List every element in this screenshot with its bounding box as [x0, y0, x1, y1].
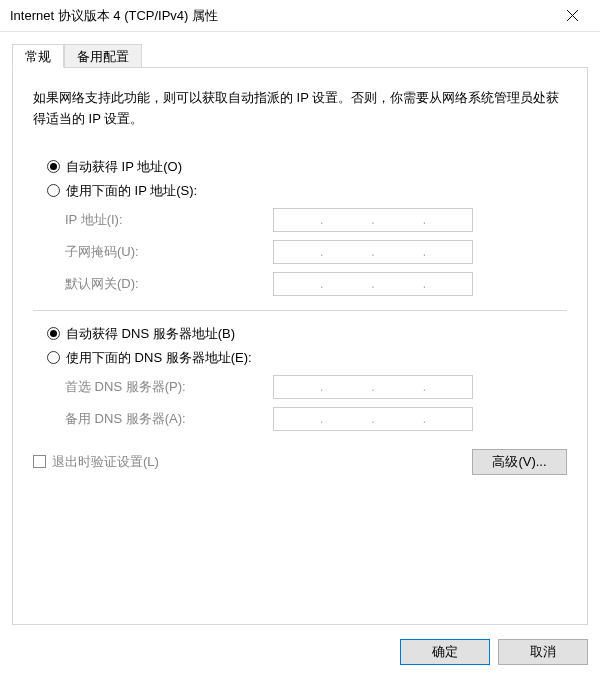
field-label: 子网掩码(U):: [65, 243, 265, 261]
ok-button[interactable]: 确定: [400, 639, 490, 665]
tab-alternate[interactable]: 备用配置: [64, 44, 142, 68]
field-label: 首选 DNS 服务器(P):: [65, 378, 265, 396]
panel-bottom-row: 退出时验证设置(L) 高级(V)...: [33, 449, 567, 475]
field-ip-address: IP 地址(I): ...: [65, 208, 567, 232]
content-area: 常规 备用配置 如果网络支持此功能，则可以获取自动指派的 IP 设置。否则，你需…: [0, 32, 600, 625]
titlebar: Internet 协议版本 4 (TCP/IPv4) 属性: [0, 0, 600, 32]
radio-label: 自动获得 IP 地址(O): [66, 158, 182, 176]
checkbox-icon: [33, 455, 46, 468]
dialog-footer: 确定 取消: [0, 625, 600, 665]
tab-strip: 常规 备用配置: [12, 44, 588, 68]
radio-label: 使用下面的 DNS 服务器地址(E):: [66, 349, 252, 367]
radio-ip-manual[interactable]: 使用下面的 IP 地址(S):: [47, 182, 567, 200]
window-title: Internet 协议版本 4 (TCP/IPv4) 属性: [10, 7, 218, 25]
subnet-mask-input[interactable]: ...: [273, 240, 473, 264]
tab-panel-general: 如果网络支持此功能，则可以获取自动指派的 IP 设置。否则，你需要从网络系统管理…: [12, 67, 588, 625]
close-button[interactable]: [552, 0, 592, 31]
field-label: IP 地址(I):: [65, 211, 265, 229]
divider: [33, 310, 567, 311]
radio-icon: [47, 184, 60, 197]
ip-address-input[interactable]: ...: [273, 208, 473, 232]
radio-dns-auto[interactable]: 自动获得 DNS 服务器地址(B): [47, 325, 567, 343]
dns-group: 自动获得 DNS 服务器地址(B) 使用下面的 DNS 服务器地址(E): 首选…: [47, 325, 567, 431]
field-subnet-mask: 子网掩码(U): ...: [65, 240, 567, 264]
advanced-button[interactable]: 高级(V)...: [472, 449, 567, 475]
field-label: 备用 DNS 服务器(A):: [65, 410, 265, 428]
default-gateway-input[interactable]: ...: [273, 272, 473, 296]
preferred-dns-input[interactable]: ...: [273, 375, 473, 399]
radio-label: 使用下面的 IP 地址(S):: [66, 182, 197, 200]
alternate-dns-input[interactable]: ...: [273, 407, 473, 431]
field-dns-preferred: 首选 DNS 服务器(P): ...: [65, 375, 567, 399]
radio-label: 自动获得 DNS 服务器地址(B): [66, 325, 235, 343]
radio-ip-auto[interactable]: 自动获得 IP 地址(O): [47, 158, 567, 176]
tab-general[interactable]: 常规: [12, 44, 64, 68]
validate-on-exit-checkbox[interactable]: 退出时验证设置(L): [33, 453, 159, 471]
radio-icon: [47, 160, 60, 173]
close-icon: [567, 10, 578, 21]
checkbox-label: 退出时验证设置(L): [52, 453, 159, 471]
field-dns-alternate: 备用 DNS 服务器(A): ...: [65, 407, 567, 431]
cancel-button[interactable]: 取消: [498, 639, 588, 665]
radio-dns-manual[interactable]: 使用下面的 DNS 服务器地址(E):: [47, 349, 567, 367]
ip-group: 自动获得 IP 地址(O) 使用下面的 IP 地址(S): IP 地址(I): …: [47, 158, 567, 296]
radio-icon: [47, 327, 60, 340]
field-label: 默认网关(D):: [65, 275, 265, 293]
field-default-gateway: 默认网关(D): ...: [65, 272, 567, 296]
description-text: 如果网络支持此功能，则可以获取自动指派的 IP 设置。否则，你需要从网络系统管理…: [33, 88, 567, 130]
radio-icon: [47, 351, 60, 364]
